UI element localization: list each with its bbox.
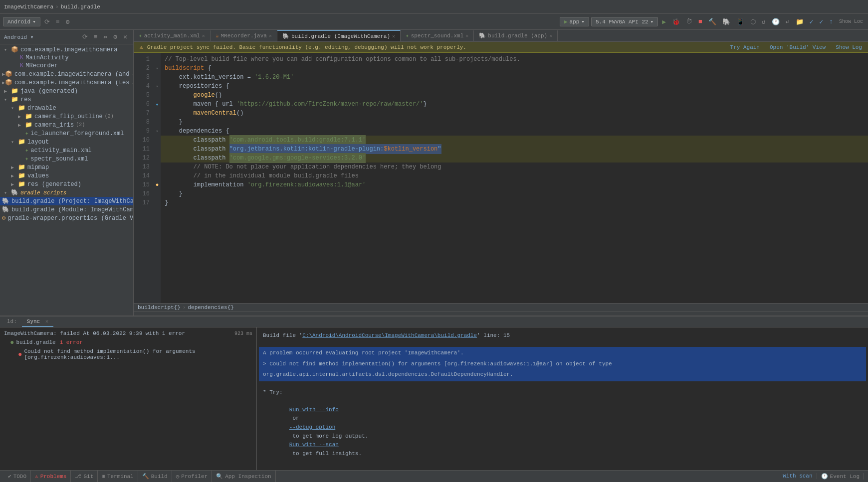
sync-gradle-icon[interactable]: ↺ — [760, 17, 768, 27]
terminal-icon: ⊞ — [102, 473, 105, 480]
sidebar-sync-icon[interactable]: ⟳ — [80, 32, 90, 42]
show-log-link[interactable]: Show Log — [836, 44, 862, 50]
sync-icon[interactable]: ⟳ — [42, 17, 52, 27]
sidebar-close-icon[interactable]: ✕ — [121, 32, 129, 42]
status-profiler[interactable]: ◷ Profiler — [172, 471, 212, 482]
tree-item-res[interactable]: ▾ 📁 res — [0, 95, 133, 104]
tree-item-layout[interactable]: ▾ 📁 layout — [0, 138, 133, 146]
status-app-inspection[interactable]: 🔍 App Inspection — [212, 471, 275, 482]
sidebar-horizontal-icon[interactable]: ⇔ — [102, 32, 110, 42]
try-again-link[interactable]: Try Again — [730, 44, 760, 50]
api-dropdown[interactable]: 5.4 FWVGA API 22 ▾ — [591, 17, 658, 26]
tree-item-build-gradle-proj[interactable]: 🐘 build.gradle (Project: ImageWithCame..… — [0, 197, 133, 205]
tree-item-build-gradle-mod[interactable]: 🐘 build.gradle (Module: ImageWithCamer..… — [0, 205, 133, 214]
problems-label: Problems — [40, 474, 67, 480]
tree-item-values[interactable]: ▶ 📁 values — [0, 171, 133, 180]
tree-item-com-example-tes[interactable]: ▶ 📦 com.example.imagewithcamera (tes ... — [0, 78, 133, 87]
tree-item-camera-flip[interactable]: ▶ 📁 camera_flip_outline (2) — [0, 112, 133, 121]
build-file-link[interactable]: C:\Android\AndroidCourse\ImageWithCamera… — [302, 332, 477, 338]
tree-item-spectr-sound-xml[interactable]: ✦ spectr_sound.xml — [0, 155, 133, 163]
tab-close-4[interactable]: ✕ — [465, 33, 468, 39]
tree-item-java-gen[interactable]: ▶ 📁 java (generated) — [0, 87, 133, 95]
expand-arrow-mm: ▶ — [11, 164, 18, 170]
sidebar-settings-icon[interactable]: ⚙ — [111, 32, 119, 42]
tab-build-panel[interactable]: ld: — [2, 317, 22, 327]
tab-close-3[interactable]: ✕ — [392, 33, 395, 39]
tab-label-4: spectr_sound.xml — [411, 33, 464, 39]
avd-icon[interactable]: 📱 — [734, 17, 746, 27]
tree-item-gradle-scripts[interactable]: ▾ 🐘 Gradle Scripts — [0, 188, 133, 197]
tab-activity-main[interactable]: ✦ activity_main.xml ✕ — [134, 30, 211, 41]
code-line-15: implementation 'org.firezenk:audiowaves:… — [161, 180, 868, 189]
status-build[interactable]: 🔨 Build — [138, 471, 172, 482]
profile-icon[interactable]: ⏱ — [684, 17, 694, 26]
tree-item-drawable[interactable]: ▾ 📁 drawable — [0, 104, 133, 112]
build-file-item[interactable]: ● build.gradle 1 error — [0, 337, 256, 347]
tab-sync-panel[interactable]: Sync ✕ — [22, 317, 54, 327]
gutter-9[interactable]: ▾ — [154, 127, 161, 136]
history-icon[interactable]: 🕐 — [770, 17, 782, 27]
debug-option-link[interactable]: --debug option — [289, 424, 335, 430]
tree-item-gradle-wrapper[interactable]: ⚙ gradle-wrapper.properties (Gradle Vers… — [0, 214, 133, 222]
tree-label-2: com.example.imagewithcamera (and — [14, 71, 129, 78]
status-problems[interactable]: ⚠ Problems — [31, 471, 71, 482]
settings-icon[interactable]: ⚙ — [64, 17, 72, 27]
tab-close-5[interactable]: ✕ — [549, 33, 552, 39]
device-explorer-icon[interactable]: 📁 — [794, 17, 806, 27]
horizontal-scrollbar[interactable] — [134, 312, 868, 316]
code-content[interactable]: // Top-level build file where you can ad… — [161, 53, 868, 303]
run-icon[interactable]: ▶ — [660, 17, 668, 27]
gutter-2[interactable]: ▾ — [154, 64, 161, 73]
build-status-item[interactable]: ImageWithCamera: failed At 06.03.2022 9:… — [0, 329, 256, 337]
stop-icon[interactable]: ■ — [696, 17, 704, 26]
bc-dependencies[interactable]: dependencies{} — [188, 305, 233, 311]
tab-build-gradle-app[interactable]: 🐘 build.gradle (app) ✕ — [474, 30, 558, 41]
app-dropdown[interactable]: ▶ app ▾ — [560, 17, 589, 26]
run-info-link[interactable]: Run with --info — [289, 407, 339, 413]
status-git[interactable]: ⎇ Git — [71, 471, 98, 482]
tree-item-activity-main-xml[interactable]: ✦ activity_main.xml — [0, 146, 133, 155]
tree-item-camera-iris[interactable]: ▶ 📁 camera_iris (2) — [0, 121, 133, 129]
gutter-4[interactable]: ▾ — [154, 82, 161, 91]
sidebar-collapse-icon[interactable]: ≡ — [92, 32, 100, 42]
tab-build-gradle-img[interactable]: 🐘 build.gradle (ImageWithCamera) ✕ — [277, 30, 401, 41]
bc-buildscript[interactable]: buildscript{} — [138, 305, 181, 311]
gradle-icon[interactable]: 🐘 — [720, 17, 732, 27]
status-bar: ✔ TODO ⚠ Problems ⎇ Git ⊞ Terminal 🔨 Bui… — [0, 470, 868, 482]
code-editor[interactable]: 1 2 3 4 5 6 7 8 9 10 11 12 13 14 15 16 1… — [134, 53, 868, 303]
status-terminal[interactable]: ⊞ Terminal — [98, 471, 138, 482]
tab-close-2[interactable]: ✕ — [269, 33, 272, 39]
debug-icon[interactable]: 🐞 — [670, 17, 682, 27]
gutter-11 — [154, 145, 161, 154]
build-console[interactable]: Build file 'C:\Android\AndroidCourse\Ima… — [257, 327, 868, 470]
collapse-icon[interactable]: ≡ — [54, 17, 62, 26]
tree-item-mainactivity[interactable]: K MainActivity — [0, 54, 133, 62]
tree-label-layout: layout — [27, 139, 49, 146]
git-status-icon[interactable]: ✓ — [808, 17, 816, 27]
badge-ci: (2) — [76, 122, 85, 128]
build-icon[interactable]: 🔨 — [706, 17, 718, 27]
git-push-icon[interactable]: ✓ — [817, 17, 825, 27]
status-with-scan[interactable]: With scan — [779, 473, 817, 479]
tab-spectr-sound[interactable]: ✦ spectr_sound.xml ✕ — [401, 30, 474, 41]
tab-mrecorder[interactable]: ☕ MRecorder.java ✕ — [211, 30, 277, 41]
tree-item-ic-launcher[interactable]: ✦ ic_launcher_foreground.xml — [0, 129, 133, 138]
android-dropdown[interactable]: Android ▾ — [3, 17, 40, 26]
show-loc-label[interactable]: Show Loc — [837, 18, 865, 25]
tree-item-com-example-and[interactable]: ▶ 📦 com.example.imagewithcamera (and ... — [0, 70, 133, 78]
status-todo[interactable]: ✔ TODO — [4, 471, 31, 482]
open-build-link[interactable]: Open 'Build' View — [770, 44, 826, 50]
tree-item-res-gen[interactable]: ▶ 📁 res (generated) — [0, 180, 133, 188]
git-pull-icon[interactable]: ↑ — [827, 17, 835, 26]
status-event-log[interactable]: 🕐 Event Log — [817, 473, 864, 480]
tab-close-1[interactable]: ✕ — [202, 33, 205, 39]
undo-icon[interactable]: ↩ — [784, 17, 792, 27]
build-error-item[interactable]: ● Could not find method implementation()… — [0, 347, 256, 361]
tree-item-com-example[interactable]: ▾ 📦 com.example.imagewithcamera — [0, 45, 133, 54]
sync-close-icon[interactable]: ✕ — [45, 319, 49, 324]
tree-item-mipmap[interactable]: ▶ 📁 mipmap — [0, 163, 133, 171]
tree-item-mrecorder[interactable]: K MRecorder — [0, 62, 133, 70]
sdk-icon[interactable]: ⬡ — [748, 17, 758, 27]
run-scan-link[interactable]: Run with --scan — [289, 442, 339, 448]
android-dropdown-label[interactable]: Android ▾ — [4, 34, 33, 40]
